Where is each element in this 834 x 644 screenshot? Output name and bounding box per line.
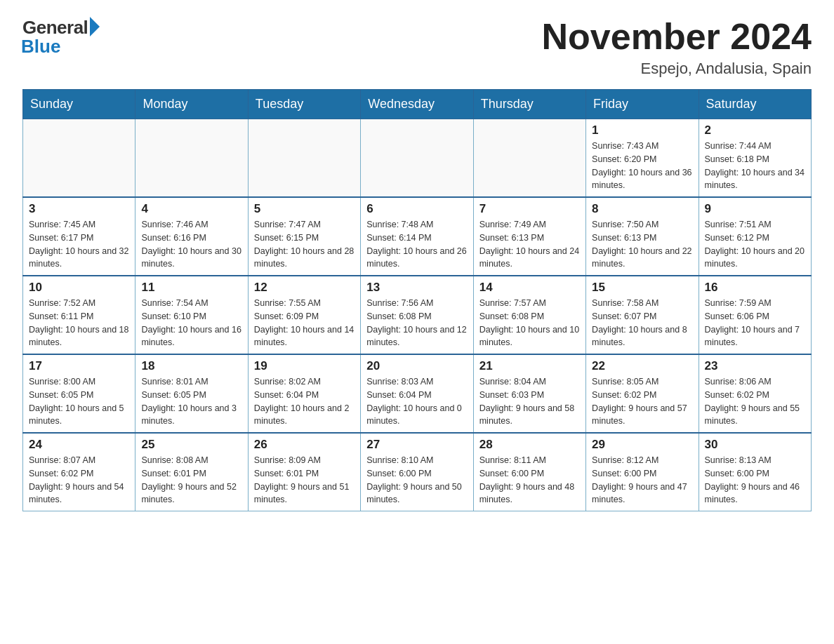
day-info: Sunrise: 7:50 AM Sunset: 6:13 PM Dayligh… [592,218,692,271]
day-info: Sunrise: 8:12 AM Sunset: 6:00 PM Dayligh… [592,454,692,507]
calendar-cell: 29Sunrise: 8:12 AM Sunset: 6:00 PM Dayli… [586,433,699,511]
day-number: 6 [366,202,467,216]
calendar-cell: 24Sunrise: 8:07 AM Sunset: 6:02 PM Dayli… [23,433,135,511]
calendar-table: SundayMondayTuesdayWednesdayThursdayFrid… [22,89,812,511]
day-number: 5 [254,202,355,216]
calendar-cell: 22Sunrise: 8:05 AM Sunset: 6:02 PM Dayli… [586,354,699,433]
calendar-cell [248,119,360,198]
calendar-cell: 14Sunrise: 7:57 AM Sunset: 6:08 PM Dayli… [473,276,585,354]
day-number: 24 [29,438,129,452]
day-number: 2 [705,123,805,137]
page-header: General Blue November 2024 Espejo, Andal… [22,17,812,78]
weekday-header-thursday: Thursday [473,90,585,119]
day-info: Sunrise: 8:02 AM Sunset: 6:04 PM Dayligh… [254,375,355,428]
day-number: 1 [592,123,692,137]
day-info: Sunrise: 8:06 AM Sunset: 6:02 PM Dayligh… [705,375,805,428]
day-info: Sunrise: 7:49 AM Sunset: 6:13 PM Dayligh… [479,218,580,271]
calendar-cell: 26Sunrise: 8:09 AM Sunset: 6:01 PM Dayli… [248,433,360,511]
day-number: 25 [141,438,241,452]
day-info: Sunrise: 7:51 AM Sunset: 6:12 PM Dayligh… [705,218,805,271]
calendar-cell: 1Sunrise: 7:43 AM Sunset: 6:20 PM Daylig… [586,119,699,198]
day-number: 18 [141,359,241,373]
calendar-cell: 6Sunrise: 7:48 AM Sunset: 6:14 PM Daylig… [361,197,473,276]
day-info: Sunrise: 7:55 AM Sunset: 6:09 PM Dayligh… [254,297,355,349]
calendar-cell: 5Sunrise: 7:47 AM Sunset: 6:15 PM Daylig… [248,197,360,276]
day-number: 15 [592,281,692,295]
day-info: Sunrise: 7:46 AM Sunset: 6:16 PM Dayligh… [141,218,241,271]
title-block: November 2024 Espejo, Andalusia, Spain [542,17,812,78]
calendar-cell [473,119,585,198]
day-number: 19 [254,359,355,373]
day-info: Sunrise: 7:59 AM Sunset: 6:06 PM Dayligh… [705,297,805,349]
day-info: Sunrise: 7:45 AM Sunset: 6:17 PM Dayligh… [29,218,129,271]
day-info: Sunrise: 7:47 AM Sunset: 6:15 PM Dayligh… [254,218,355,271]
calendar-cell: 25Sunrise: 8:08 AM Sunset: 6:01 PM Dayli… [135,433,248,511]
day-number: 28 [479,438,580,452]
day-number: 21 [479,359,580,373]
day-number: 27 [366,438,467,452]
calendar-cell: 18Sunrise: 8:01 AM Sunset: 6:05 PM Dayli… [135,354,248,433]
calendar-cell: 30Sunrise: 8:13 AM Sunset: 6:00 PM Dayli… [699,433,811,511]
calendar-cell: 11Sunrise: 7:54 AM Sunset: 6:10 PM Dayli… [135,276,248,354]
day-number: 14 [479,281,580,295]
calendar-week-row: 17Sunrise: 8:00 AM Sunset: 6:05 PM Dayli… [23,354,812,433]
weekday-header-row: SundayMondayTuesdayWednesdayThursdayFrid… [23,90,812,119]
calendar-cell: 15Sunrise: 7:58 AM Sunset: 6:07 PM Dayli… [586,276,699,354]
calendar-cell: 20Sunrise: 8:03 AM Sunset: 6:04 PM Dayli… [361,354,473,433]
logo: General Blue [22,17,100,58]
day-info: Sunrise: 8:07 AM Sunset: 6:02 PM Dayligh… [29,454,129,507]
month-title: November 2024 [542,17,812,57]
day-number: 10 [29,281,129,295]
calendar-cell: 17Sunrise: 8:00 AM Sunset: 6:05 PM Dayli… [23,354,135,433]
calendar-cell: 7Sunrise: 7:49 AM Sunset: 6:13 PM Daylig… [473,197,585,276]
day-info: Sunrise: 8:08 AM Sunset: 6:01 PM Dayligh… [141,454,241,507]
weekday-header-sunday: Sunday [23,90,135,119]
day-number: 4 [141,202,241,216]
calendar-cell: 13Sunrise: 7:56 AM Sunset: 6:08 PM Dayli… [361,276,473,354]
day-number: 16 [705,281,805,295]
weekday-header-saturday: Saturday [699,90,811,119]
location-title: Espejo, Andalusia, Spain [542,60,812,78]
day-number: 22 [592,359,692,373]
calendar-cell: 21Sunrise: 8:04 AM Sunset: 6:03 PM Dayli… [473,354,585,433]
day-number: 3 [29,202,129,216]
calendar-cell: 19Sunrise: 8:02 AM Sunset: 6:04 PM Dayli… [248,354,360,433]
calendar-cell [135,119,248,198]
day-number: 8 [592,202,692,216]
calendar-cell: 4Sunrise: 7:46 AM Sunset: 6:16 PM Daylig… [135,197,248,276]
day-info: Sunrise: 8:03 AM Sunset: 6:04 PM Dayligh… [366,375,467,428]
day-info: Sunrise: 8:04 AM Sunset: 6:03 PM Dayligh… [479,375,580,428]
day-number: 12 [254,281,355,295]
weekday-header-tuesday: Tuesday [248,90,360,119]
day-number: 11 [141,281,241,295]
weekday-header-wednesday: Wednesday [361,90,473,119]
day-info: Sunrise: 7:54 AM Sunset: 6:10 PM Dayligh… [141,297,241,349]
day-number: 23 [705,359,805,373]
calendar-cell [361,119,473,198]
day-number: 30 [705,438,805,452]
calendar-cell: 3Sunrise: 7:45 AM Sunset: 6:17 PM Daylig… [23,197,135,276]
day-info: Sunrise: 7:43 AM Sunset: 6:20 PM Dayligh… [592,140,692,192]
calendar-cell: 28Sunrise: 8:11 AM Sunset: 6:00 PM Dayli… [473,433,585,511]
day-info: Sunrise: 7:52 AM Sunset: 6:11 PM Dayligh… [29,297,129,349]
day-info: Sunrise: 8:09 AM Sunset: 6:01 PM Dayligh… [254,454,355,507]
day-info: Sunrise: 7:56 AM Sunset: 6:08 PM Dayligh… [366,297,467,349]
logo-triangle-icon [90,17,100,36]
calendar-cell [23,119,135,198]
day-number: 20 [366,359,467,373]
weekday-header-friday: Friday [586,90,699,119]
day-number: 13 [366,281,467,295]
calendar-cell: 8Sunrise: 7:50 AM Sunset: 6:13 PM Daylig… [586,197,699,276]
day-info: Sunrise: 7:48 AM Sunset: 6:14 PM Dayligh… [366,218,467,271]
calendar-week-row: 10Sunrise: 7:52 AM Sunset: 6:11 PM Dayli… [23,276,812,354]
day-info: Sunrise: 8:01 AM Sunset: 6:05 PM Dayligh… [141,375,241,428]
day-info: Sunrise: 8:11 AM Sunset: 6:00 PM Dayligh… [479,454,580,507]
calendar-cell: 23Sunrise: 8:06 AM Sunset: 6:02 PM Dayli… [699,354,811,433]
calendar-week-row: 3Sunrise: 7:45 AM Sunset: 6:17 PM Daylig… [23,197,812,276]
calendar-cell: 27Sunrise: 8:10 AM Sunset: 6:00 PM Dayli… [361,433,473,511]
calendar-week-row: 1Sunrise: 7:43 AM Sunset: 6:20 PM Daylig… [23,119,812,198]
day-number: 26 [254,438,355,452]
day-info: Sunrise: 7:57 AM Sunset: 6:08 PM Dayligh… [479,297,580,349]
day-info: Sunrise: 8:10 AM Sunset: 6:00 PM Dayligh… [366,454,467,507]
logo-blue-text: Blue [21,36,60,58]
